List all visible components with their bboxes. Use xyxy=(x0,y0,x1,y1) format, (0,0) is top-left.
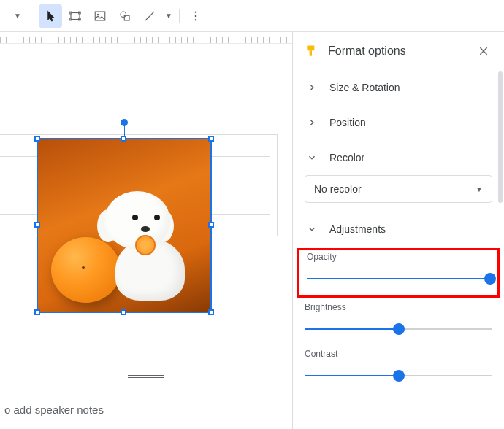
opacity-slider-group: Opacity xyxy=(297,248,500,298)
recolor-select[interactable]: No recolor ▼ xyxy=(305,175,492,203)
sidebar-header: Format options xyxy=(293,32,504,70)
textbox-icon xyxy=(69,9,82,23)
chevron-right-icon xyxy=(305,82,319,93)
section-label: Size & Rotation xyxy=(329,82,400,93)
format-options-icon xyxy=(305,44,319,58)
more-vertical-icon xyxy=(189,9,202,23)
line-tool-button[interactable] xyxy=(138,4,161,28)
contrast-label: Contrast xyxy=(305,349,492,359)
resize-handle-br[interactable] xyxy=(208,309,214,315)
svg-point-7 xyxy=(121,12,126,18)
resize-handle-bl[interactable] xyxy=(34,309,40,315)
shape-icon xyxy=(118,9,131,23)
chevron-right-icon xyxy=(305,117,319,128)
resize-handle-bm[interactable] xyxy=(121,309,126,315)
resize-handle-mr[interactable] xyxy=(208,222,214,228)
svg-rect-13 xyxy=(307,46,314,51)
close-icon xyxy=(478,45,489,57)
recolor-select-value: No recolor xyxy=(314,183,362,195)
image-content xyxy=(38,139,210,312)
speaker-notes-placeholder[interactable]: o add speaker notes xyxy=(4,403,104,416)
section-label: Position xyxy=(329,117,366,128)
rotate-line xyxy=(124,125,125,136)
image-tool-button[interactable] xyxy=(88,4,112,28)
line-icon xyxy=(143,9,156,23)
close-sidebar-button[interactable] xyxy=(475,42,492,60)
section-label: Recolor xyxy=(329,152,364,163)
shape-tool-button[interactable] xyxy=(113,4,137,28)
resize-handle-tm[interactable] xyxy=(121,136,126,142)
toolbar: ▼ ▼ xyxy=(0,0,504,32)
section-position[interactable]: Position xyxy=(293,105,504,140)
svg-rect-5 xyxy=(95,12,105,20)
svg-point-6 xyxy=(97,13,99,15)
svg-line-9 xyxy=(145,12,154,20)
sidebar-title: Format options xyxy=(328,45,466,58)
brightness-slider-thumb[interactable] xyxy=(393,323,405,335)
opacity-label: Opacity xyxy=(307,252,490,262)
horizontal-ruler xyxy=(0,32,292,44)
section-label: Adjustments xyxy=(329,223,386,235)
cursor-icon xyxy=(44,9,57,23)
brightness-slider[interactable] xyxy=(305,322,492,336)
format-options-sidebar: Format options Size & Rotation Position … xyxy=(292,32,504,429)
rotate-handle[interactable] xyxy=(121,119,128,126)
contrast-slider-group: Contrast xyxy=(293,346,504,393)
svg-rect-14 xyxy=(310,50,312,56)
paint-format-button[interactable]: ▼ xyxy=(6,4,29,28)
image-icon xyxy=(93,9,107,23)
dropdown-arrow-icon: ▼ xyxy=(476,185,483,193)
canvas-area[interactable]: o add speaker notes xyxy=(0,32,292,429)
toolbar-separator xyxy=(34,9,34,23)
opacity-slider-thumb[interactable] xyxy=(484,273,496,285)
textbox-tool-button[interactable] xyxy=(64,4,87,28)
section-recolor[interactable]: Recolor xyxy=(293,140,504,175)
resize-handle-ml[interactable] xyxy=(34,222,40,228)
select-tool-button[interactable] xyxy=(39,4,62,28)
dropdown-arrow-icon: ▼ xyxy=(14,12,21,20)
notes-divider[interactable] xyxy=(128,375,164,378)
selected-image[interactable] xyxy=(37,138,212,313)
opacity-slider[interactable] xyxy=(307,272,490,285)
resize-handle-tr[interactable] xyxy=(208,136,214,142)
contrast-slider-thumb[interactable] xyxy=(393,370,405,382)
toolbar-separator xyxy=(179,9,180,23)
resize-handle-tl[interactable] xyxy=(34,136,40,142)
svg-point-11 xyxy=(195,15,197,17)
section-adjustments[interactable]: Adjustments xyxy=(293,212,504,247)
chevron-down-icon xyxy=(305,152,319,163)
svg-point-12 xyxy=(195,18,197,20)
image-subject-dog xyxy=(93,191,196,301)
contrast-slider[interactable] xyxy=(305,369,492,382)
chevron-down-icon xyxy=(305,224,319,234)
more-tools-button[interactable] xyxy=(184,4,207,28)
line-dropdown-button[interactable]: ▼ xyxy=(163,4,175,28)
brightness-label: Brightness xyxy=(305,302,492,312)
svg-point-10 xyxy=(195,11,197,13)
dropdown-arrow-icon: ▼ xyxy=(165,12,172,20)
brightness-slider-group: Brightness xyxy=(293,299,504,346)
section-size-rotation[interactable]: Size & Rotation xyxy=(293,70,504,105)
sidebar-scrollbar[interactable] xyxy=(498,72,503,203)
